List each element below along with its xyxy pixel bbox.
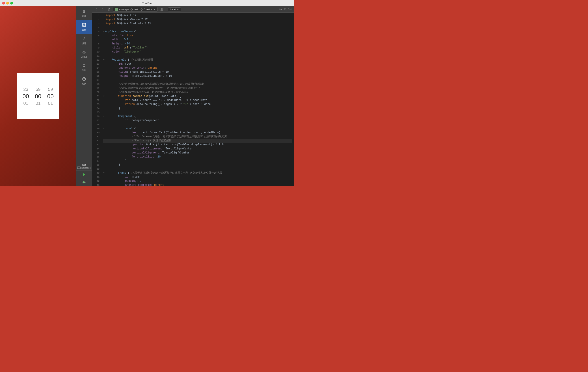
token-plain: { <box>133 114 136 119</box>
code-line: height: frame.implicitHeight + 10 <box>103 74 292 78</box>
tumbler-column-seconds: 59 00 01 <box>44 87 57 105</box>
token-prop: text <box>106 131 138 135</box>
traffic-lights <box>2 2 13 4</box>
code-line: font.pixelSize: 20 <box>103 155 292 159</box>
token-plain: Math <box>164 143 170 147</box>
sidebar-item-welcome[interactable]: ⊞ 欢迎 <box>76 6 92 20</box>
code-line: import QtQuick.Window 2.12 <box>103 18 292 22</box>
fold-indicator[interactable]: ▾ <box>103 94 105 98</box>
token-prop: id <box>106 62 122 66</box>
run-button[interactable] <box>76 171 92 178</box>
fold-indicator[interactable]: ▾ <box>103 30 105 34</box>
toolbar-separator-1 <box>166 8 166 11</box>
token-plain: frame.implicitWidth + 10 <box>130 70 169 74</box>
label-dropdown[interactable]: Label <box>168 7 181 11</box>
fold-indicator[interactable]: ▾ <box>103 58 105 62</box>
code-line: anchors.centerIn: parent <box>103 183 292 186</box>
maximize-button[interactable] <box>10 2 13 4</box>
forward-button[interactable] <box>100 8 105 11</box>
line-number: 9 <box>92 46 99 50</box>
minimize-button[interactable] <box>6 2 9 4</box>
line-number: 36 <box>92 155 99 159</box>
line-number: 33 <box>92 143 99 147</box>
debug-icon <box>81 50 87 55</box>
token-plain: + 1 : <box>181 98 193 102</box>
label-dropdown-value: Label <box>170 8 176 11</box>
sidebar-item-help[interactable]: ? 帮助 <box>76 74 92 88</box>
fold-indicator[interactable]: ▾ <box>103 171 105 175</box>
token-str: "lightgray" <box>124 50 141 54</box>
token-plain: } <box>106 106 120 110</box>
token-prop: padding <box>106 179 136 183</box>
line-number: 18 <box>92 82 99 86</box>
code-line: //所以里面的每个选项的内容需要加1，而分钟和秒钟就不需要加1了 <box>103 86 292 90</box>
code-line: ▾ Rectangle { //实现时间选择器 <box>103 58 292 62</box>
toolbar-separator-2 <box>183 8 183 11</box>
token-plain <box>105 58 112 62</box>
tumbler-column-hours: 23 00 01 <box>20 87 32 105</box>
code-line: ▾ApplicationWindow { <box>103 30 292 34</box>
code-line: ▾ function formatText(count, modelData) … <box>103 94 292 98</box>
token-plain: : Text.AlignHCenter <box>162 147 193 151</box>
token-num: 640 <box>124 38 128 42</box>
line-number: 23 <box>92 102 99 106</box>
token-plain <box>106 102 125 106</box>
window-title: ToolBar <box>142 1 152 5</box>
token-type: Frame <box>118 171 126 175</box>
token-plain: : <box>128 74 132 78</box>
token-prop: anchors.centerIn <box>106 183 151 186</box>
line-number: 27 <box>92 119 99 122</box>
svg-text:?: ? <box>83 78 85 80</box>
token-plain: : <box>127 70 130 74</box>
kit-selector[interactable]: test Release › <box>76 162 92 171</box>
line-number: 17 <box>92 78 99 82</box>
kit-name: test <box>82 164 86 166</box>
code-line: ▾ Component { <box>103 114 292 119</box>
svg-marker-17 <box>83 173 85 176</box>
token-prop: id <box>106 119 128 122</box>
code-line: visible: true <box>103 34 292 38</box>
filename: main.qml <box>119 8 129 11</box>
token-plain <box>105 114 118 119</box>
sidebar-label-debug: Debug <box>81 56 87 58</box>
sidebar-item-edit[interactable]: 编辑 <box>76 20 92 34</box>
welcome-icon: ⊞ <box>81 9 87 14</box>
editor-area: Q main.qml @ test - Qt Creator ✕ Label <box>92 6 294 186</box>
lock-button[interactable] <box>106 7 112 11</box>
line-number: 4 <box>92 26 99 30</box>
tumbler-seconds-top: 59 <box>48 87 53 92</box>
debug-run-button[interactable] <box>76 178 92 186</box>
token-plain: : <box>122 62 125 66</box>
sidebar-label-project: 项目 <box>82 69 86 72</box>
close-tab-button[interactable]: ✕ <box>153 8 156 11</box>
back-button[interactable] <box>94 8 99 11</box>
sidebar-item-project[interactable]: 项目 <box>76 60 92 74</box>
code-line: } <box>103 159 292 163</box>
token-kw: function <box>118 94 131 98</box>
line-number: 6 <box>92 34 99 38</box>
token-plain: { <box>133 127 136 131</box>
token-prop: height <box>106 42 122 46</box>
file-tab[interactable]: Q main.qml @ test - Qt Creator ✕ <box>113 7 158 12</box>
token-plain: QtQuick.Window 2.12 <box>116 18 148 22</box>
token-plain: ) <box>146 46 148 50</box>
fold-indicator[interactable]: ▾ <box>103 127 105 131</box>
code-line: width: frame.implicitWidth + 10 <box>103 70 292 74</box>
code-line: id: rect <box>103 62 292 66</box>
token-plain: QtQuick 2.12 <box>116 13 136 18</box>
fold-indicator[interactable]: ▾ <box>103 114 105 119</box>
token-plain: : <box>200 102 204 106</box>
split-button[interactable] <box>158 7 164 11</box>
line-number: 34 <box>92 147 99 151</box>
sidebar-item-design[interactable]: 设计 <box>76 34 92 47</box>
close-button[interactable] <box>2 2 5 4</box>
code-content[interactable]: import QtQuick 2.12import QtQuick.Window… <box>101 12 294 186</box>
token-prop: opacity <box>106 143 143 147</box>
line-number: 20 <box>92 90 99 94</box>
sidebar-item-debug[interactable]: Debug <box>76 47 92 60</box>
tumbler-seconds-mid: 00 <box>47 93 54 99</box>
token-plain: data <box>204 102 211 106</box>
code-line: opacity: 0.4 + (1 - Math.abs(Tumbler.dis… <box>103 143 292 147</box>
token-prop: height <box>106 74 128 78</box>
code-line: var data = count === 12 ? modelData + 1 … <box>103 98 292 102</box>
